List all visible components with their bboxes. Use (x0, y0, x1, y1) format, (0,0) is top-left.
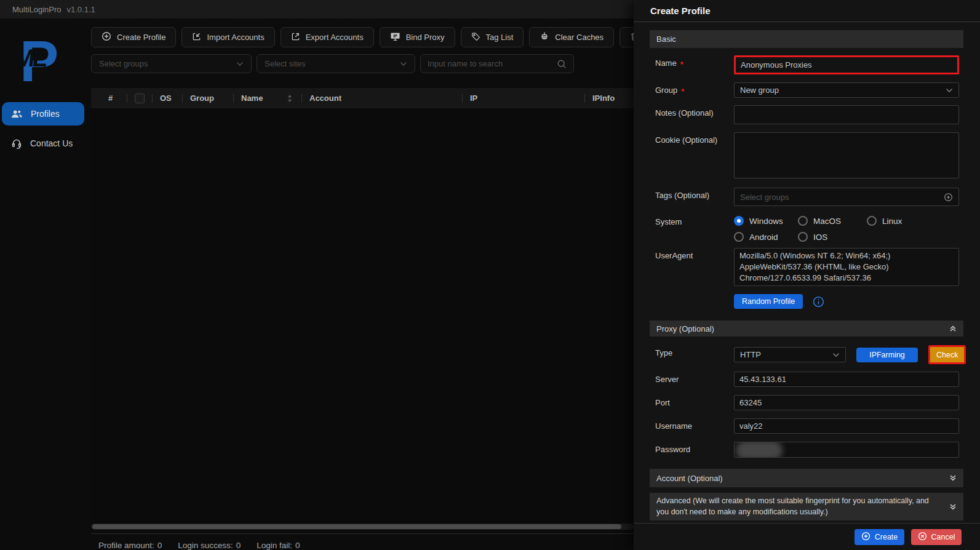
sidebar-item-label: Profiles (31, 109, 60, 119)
check-button[interactable]: Check (928, 345, 966, 364)
column-header-account: Account (309, 94, 455, 103)
create-button[interactable]: Create (855, 529, 904, 545)
tag-icon (471, 32, 480, 43)
password-label: Password (655, 442, 734, 458)
broom-icon (540, 31, 549, 43)
app-version: v1.0.1.1 (67, 5, 95, 14)
useragent-label: UserAgent (655, 248, 734, 288)
search-icon (557, 59, 567, 69)
plus-circle-icon (861, 532, 870, 543)
section-advanced[interactable]: Advanced (We will create the most suitab… (650, 493, 963, 520)
system-label: System (655, 214, 734, 242)
sidebar-item-label: Contact Us (30, 138, 73, 148)
login-fail-stat: Login fail:0 (257, 541, 300, 550)
export-accounts-button[interactable]: Export Accounts (281, 27, 374, 47)
username-input[interactable] (734, 418, 959, 434)
server-label: Server (655, 372, 734, 387)
svg-text:IP: IP (393, 33, 397, 38)
scrollbar-thumb[interactable] (92, 524, 621, 529)
column-header-ip: IP (470, 94, 577, 103)
search-input[interactable] (428, 59, 551, 68)
column-header-ipinfo: IPInfo (592, 94, 615, 103)
create-profile-button[interactable]: Create Profile (91, 27, 176, 47)
port-label: Port (655, 395, 734, 410)
select-groups-dropdown[interactable]: Select groups (91, 54, 252, 73)
create-profile-panel: Create Profile Basic Name* Group* New gr… (634, 0, 980, 550)
section-account[interactable]: Account (Optional) (650, 469, 963, 487)
chevron-down-icon (832, 353, 840, 357)
plus-circle-icon (102, 31, 111, 43)
export-icon (291, 32, 300, 43)
port-input[interactable] (734, 395, 959, 410)
monitor-ip-icon: IP (390, 32, 400, 43)
system-radio-group: Windows MacOS Linux Android IOS (734, 214, 959, 242)
expand-double-chevron-down-icon[interactable] (949, 474, 957, 482)
select-all-checkbox[interactable] (135, 94, 145, 103)
password-input[interactable] (734, 442, 959, 458)
collapse-double-chevron-up-icon[interactable] (949, 325, 957, 332)
column-header-name[interactable]: Name (241, 94, 294, 103)
sidebar: P ML Profiles (0, 18, 86, 550)
cancel-button[interactable]: Cancel (911, 529, 962, 545)
import-accounts-button[interactable]: Import Accounts (181, 27, 274, 47)
tags-select[interactable]: Select groups (734, 188, 959, 206)
clear-caches-button[interactable]: Clear Caches (529, 27, 614, 47)
sidebar-item-profiles[interactable]: Profiles (2, 102, 84, 126)
svg-text:ML: ML (17, 44, 49, 71)
section-proxy[interactable]: Proxy (Optional) (650, 321, 963, 337)
server-input[interactable] (734, 372, 959, 387)
radio-android[interactable]: Android (734, 232, 798, 242)
column-header-index: # (108, 94, 119, 103)
panel-title-divider (634, 22, 980, 22)
cookie-textarea[interactable] (734, 132, 959, 178)
radio-ios[interactable]: IOS (798, 232, 867, 242)
horizontal-scrollbar (91, 524, 634, 530)
info-icon[interactable] (813, 296, 824, 308)
random-profile-button[interactable]: Random Profile (734, 294, 803, 309)
chevron-down-icon (236, 62, 244, 66)
name-label: Name* (655, 55, 734, 74)
required-marker: * (680, 58, 683, 74)
proxy-type-label: Type (655, 345, 734, 364)
ipfarming-button[interactable]: IPFarming (856, 348, 918, 362)
group-select[interactable]: New group (734, 82, 959, 98)
panel-title: Create Profile (634, 0, 980, 16)
required-marker: * (681, 86, 684, 98)
app-logo: P ML (17, 31, 68, 91)
tag-list-button[interactable]: Tag List (461, 27, 524, 47)
radio-windows[interactable]: Windows (734, 216, 798, 226)
cookie-label: Cookie (Optional) (655, 132, 734, 180)
radio-macos[interactable]: MacOS (798, 216, 867, 226)
name-search-field[interactable] (420, 54, 574, 73)
notes-input[interactable] (734, 105, 959, 124)
panel-footer: Create Cancel (634, 523, 980, 550)
radio-linux[interactable]: Linux (867, 216, 959, 226)
select-sites-dropdown[interactable]: Select sites (257, 54, 415, 73)
column-header-os: OS (160, 94, 175, 103)
add-tag-icon[interactable] (944, 193, 953, 202)
tags-label: Tags (Optional) (655, 188, 734, 206)
headset-icon (11, 138, 22, 149)
sidebar-item-contact-us[interactable]: Contact Us (2, 132, 84, 155)
logo-graphic: P ML (17, 31, 68, 91)
notes-label: Notes (Optional) (655, 105, 734, 124)
password-redaction-blur (736, 442, 783, 458)
users-icon (11, 110, 23, 119)
x-circle-icon (918, 532, 927, 543)
expand-double-chevron-down-icon[interactable] (949, 503, 957, 511)
radio-selected-dot (734, 216, 744, 226)
chevron-down-icon (400, 62, 407, 66)
useragent-textarea[interactable]: Mozilla/5.0 (Windows NT 6.2; Win64; x64;… (734, 248, 959, 286)
username-label: Username (655, 418, 734, 434)
proxy-type-select[interactable]: HTTP (734, 347, 846, 362)
group-label: Group* (655, 82, 734, 98)
bind-proxy-button[interactable]: IP Bind Proxy (380, 27, 455, 47)
column-header-group: Group (190, 94, 226, 103)
profile-amount-stat: Profile amount:0 (98, 541, 162, 550)
app-title: MultiLoginPro (12, 5, 62, 14)
sort-icon[interactable] (287, 95, 292, 102)
section-basic[interactable]: Basic (650, 30, 963, 48)
chevron-down-icon (946, 88, 953, 93)
name-input[interactable] (734, 55, 959, 74)
import-icon (192, 32, 201, 43)
